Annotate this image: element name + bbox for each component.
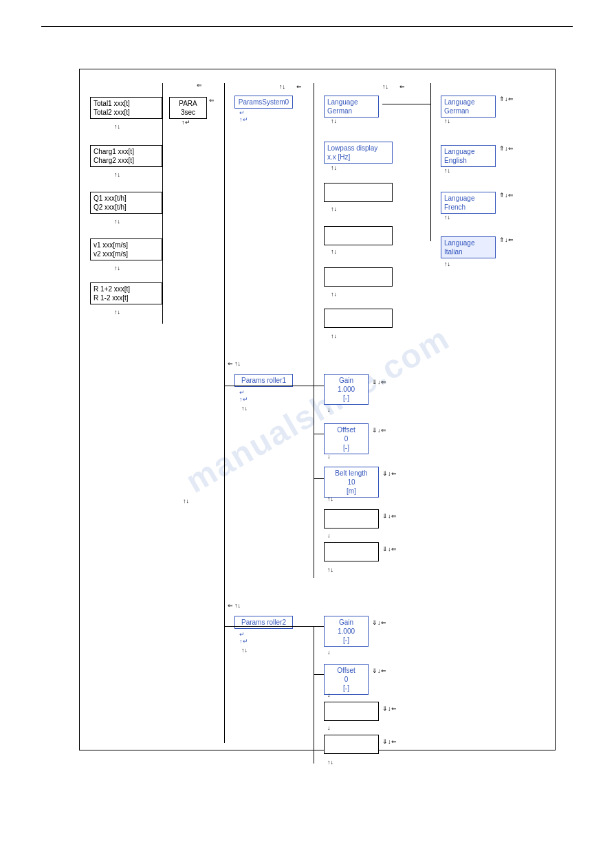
lg1-line1: Language <box>327 98 375 107</box>
pr1-bottom-arrows: ↑↓ <box>241 405 248 412</box>
offset1-hline <box>314 434 324 434</box>
lg1-hline <box>382 104 430 104</box>
roller2-hline <box>224 626 324 627</box>
empty-r2-block-2 <box>324 735 379 754</box>
lowpass-display-block[interactable]: Lowpass display x.x [Hz] <box>324 142 393 164</box>
top-line <box>41 26 573 27</box>
charg2-line: Charg2 xxx[t] <box>94 156 159 165</box>
roller1-updown-top: ↑↓ <box>234 360 241 367</box>
total-arrows: ↑↓ <box>114 123 120 130</box>
r1-line: R 1+2 xxx[t] <box>94 285 159 293</box>
offset1-nav: ⇓↓⇐ <box>372 427 386 434</box>
offset-roller1-block[interactable]: Offset 0 [-] <box>324 423 369 454</box>
q1-line: Q1 xxx[t/h] <box>94 194 159 203</box>
language-french-block[interactable]: Language French <box>441 192 496 214</box>
eb2-arrows: ↑↓ <box>331 248 337 255</box>
q-arrows: ↑↓ <box>114 218 120 225</box>
li-line1: Language <box>444 238 492 247</box>
lg2-line1: Language <box>444 98 492 107</box>
gain1-nav: ⇓↓⇐ <box>372 379 386 386</box>
lf-bottom-arrows: ↑↓ <box>444 214 450 221</box>
li-bottom-arrows: ↑↓ <box>444 260 450 267</box>
gain2-bottom-arrow: ↓ <box>327 649 331 656</box>
diagram-inner: manualshive.com Total1 xxx[t] Total2 xxx… <box>87 76 548 743</box>
v2-line: v2 xxx[m/s] <box>94 249 159 258</box>
ps0-nav: ↑↵ <box>239 116 248 123</box>
ps0-vline <box>314 83 314 386</box>
eb4-arrows: ↑↓ <box>331 333 337 340</box>
q-block: Q1 xxx[t/h] Q2 xxx[t/h] <box>90 192 162 214</box>
q2-line: Q2 xxx[t/h] <box>94 203 159 212</box>
language-german-1-block[interactable]: Language German <box>324 96 379 118</box>
r2-line: R 1-2 xxx[t] <box>94 293 159 302</box>
belt-hline <box>314 478 324 479</box>
le-line1: Language <box>444 147 492 156</box>
gain1-bottom-arrow: ↓ <box>327 406 331 413</box>
er1-2-bottom: ↑↓ <box>327 566 333 573</box>
lowpass-bottom-arrows: ↑↓ <box>331 164 337 171</box>
lg1-line2: German <box>327 107 375 115</box>
params-system0-block[interactable]: ParamsSystem0 <box>234 96 293 109</box>
le-nav: ⇑↓⇐ <box>499 145 514 152</box>
language-german-2-block[interactable]: Language German <box>441 96 496 118</box>
empty-r1-block-2 <box>324 542 379 561</box>
para-time: 3sec <box>173 108 204 117</box>
pr2-bottom-arrows: ↑↓ <box>241 647 248 654</box>
li-line2: Italian <box>444 247 492 256</box>
language-italian-block[interactable]: Language Italian <box>441 236 496 258</box>
gain1-hline <box>314 386 324 386</box>
er1-2-nav: ⇓↓⇐ <box>382 546 397 553</box>
para-label: PARA <box>173 99 204 108</box>
pr1-enter: ↵ <box>239 389 245 396</box>
gain2-hline <box>314 626 324 627</box>
charg-block: Charg1 xxx[t] Charg2 xxx[t] <box>90 145 162 167</box>
belt-length-block[interactable]: Belt length 10 [m] <box>324 467 379 498</box>
language-english-block[interactable]: Language English <box>441 145 496 167</box>
empty-block-1 <box>324 183 393 202</box>
lf-nav: ⇑↓⇐ <box>499 192 514 199</box>
lg1-top-arrows: ↑↓ <box>382 83 388 90</box>
lowpass-line2: x.x [Hz] <box>327 153 389 162</box>
er1-1-bottom: ↓ <box>327 532 331 539</box>
offset2-line3: [-] <box>327 684 365 693</box>
total2-line: Total2 xxx[t] <box>94 108 159 117</box>
offset2-line2: 0 <box>327 675 365 684</box>
watermark: manualshive.com <box>179 319 455 500</box>
pr2-nav: ↑↵ <box>239 638 248 645</box>
belt-nav: ⇓↓⇐ <box>382 470 397 477</box>
lg2-nav: ⇑↓⇐ <box>499 96 514 102</box>
pr2-enter: ↵ <box>239 631 245 638</box>
v1-line: v1 xxx[m/s] <box>94 241 159 249</box>
offset2-hline <box>314 674 324 675</box>
para-vline <box>224 83 225 743</box>
gain-roller2-block[interactable]: Gain 1.000 [-] <box>324 616 369 647</box>
params-roller2-block[interactable]: Params roller2 <box>234 616 293 629</box>
er2-2-nav: ⇓↓⇐ <box>382 738 397 745</box>
gain-roller1-block[interactable]: Gain 1.000 [-] <box>324 374 369 405</box>
offset2-line1: Offset <box>327 666 365 675</box>
para-block: PARA 3sec <box>169 97 207 119</box>
belt-bottom-arrows: ↑↓ <box>327 496 333 502</box>
r-arrows: ↑↓ <box>114 309 120 315</box>
le-line2: English <box>444 156 492 165</box>
left-vline <box>162 83 163 324</box>
lg1-vline-right <box>430 83 431 241</box>
gain1-line2: 1.000 <box>327 385 365 394</box>
para-nav-updown: ↑↵ <box>182 119 190 126</box>
offset-roller2-block[interactable]: Offset 0 [-] <box>324 664 369 695</box>
gain1-line3: [-] <box>327 394 365 403</box>
page: manualshive.com Total1 xxx[t] Total2 xxx… <box>0 0 614 868</box>
r1-vline <box>314 386 314 578</box>
lg1-bottom-arrows: ↑↓ <box>331 118 337 124</box>
er1-1-nav: ⇓↓⇐ <box>382 513 397 520</box>
offset2-bottom-arrow: ↓ <box>327 691 331 698</box>
gain2-line1: Gain <box>327 618 365 627</box>
left-mid-arrows: ↑↓ <box>183 498 189 504</box>
eb3-arrows: ↑↓ <box>331 291 337 298</box>
belt-line2: 10 <box>327 478 375 487</box>
gain2-nav: ⇓↓⇐ <box>372 619 386 626</box>
empty-r2-block-1 <box>324 702 379 721</box>
pr1-nav: ↑↵ <box>239 396 248 403</box>
offset1-bottom-arrow: ↓ <box>327 453 331 460</box>
offset2-nav: ⇓↓⇐ <box>372 667 386 674</box>
